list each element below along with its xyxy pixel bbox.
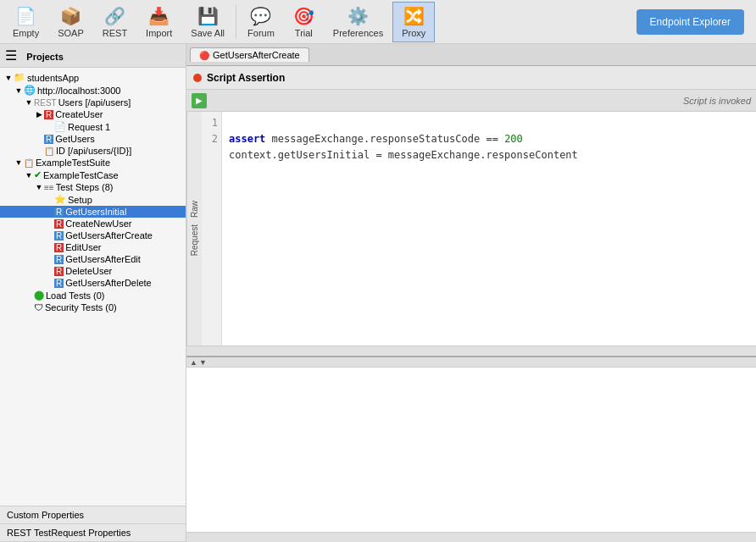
preferences-icon: ⚙️ — [347, 6, 369, 26]
tree-item-test-steps[interactable]: ▼ ≡≡ Test Steps (8) — [0, 181, 186, 193]
icon-students-app: 📁 — [14, 72, 25, 83]
toolbar-soap[interactable]: 📦 SOAP — [48, 2, 93, 42]
raw-label[interactable]: Raw — [190, 201, 199, 218]
tree-item-edit-user[interactable]: R EditUser — [0, 241, 186, 253]
label-create-user: CreateUser — [55, 109, 103, 119]
toolbar-trial[interactable]: 🎯 Trial — [284, 2, 324, 42]
proxy-icon: 🔀 — [403, 6, 425, 26]
tree-item-create-user[interactable]: ▶ R CreateUser — [0, 108, 186, 120]
toolbar-rest-label: REST — [103, 28, 127, 38]
tree-item-security-tests[interactable]: 🛡 Security Tests (0) — [0, 301, 186, 313]
toolbar: 📄 Empty 📦 SOAP 🔗 REST 📥 Import 💾 Save Al… — [0, 0, 756, 44]
tree-item-example-case[interactable]: ▼ ✔ ExampleTestCase — [0, 169, 186, 181]
custom-properties-item[interactable]: Custom Properties — [0, 506, 186, 524]
label-users: Users [/api/users] — [58, 97, 131, 108]
run-script-button[interactable]: ▶ — [192, 93, 207, 108]
label-example-case: ExampleTestCase — [43, 170, 119, 180]
sidebar: ☰ Projects ▼ 📁 studentsApp ▼ 🌐 http://lo… — [0, 44, 186, 542]
tab-label: GetUsersAfterCreate — [213, 50, 300, 60]
arrow-get-users-initial — [44, 207, 54, 216]
icon-load-tests: ⬤ — [34, 290, 44, 301]
toolbar-import[interactable]: 📥 Import — [136, 2, 181, 42]
tree-item-get-users-after-delete[interactable]: R GetUsersAfterDelete — [0, 277, 186, 289]
toolbar-save-all[interactable]: 💾 Save All — [181, 2, 234, 42]
tree-item-students-app[interactable]: ▼ 📁 studentsApp — [0, 71, 186, 84]
icon-security-tests: 🛡 — [34, 302, 43, 312]
script-assertion-title: Script Assertion — [207, 72, 285, 84]
editor-code-content[interactable]: assert messageExchange.responseStatusCod… — [222, 112, 756, 346]
icon-edit-user: R — [54, 243, 64, 252]
code-editor[interactable]: 1 2 assert messageExchange.responseStatu… — [202, 112, 756, 346]
toolbar-import-label: Import — [146, 28, 172, 38]
label-get-users-initial: GetUsersInitial — [65, 207, 126, 217]
tree-item-setup[interactable]: ⭐ Setup — [0, 193, 186, 206]
script-subheader: ▶ Script is invoked — [186, 90, 756, 112]
toolbar-preferences[interactable]: ⚙️ Preferences — [324, 2, 392, 42]
tree-item-delete-user[interactable]: R DeleteUser — [0, 265, 186, 277]
rest-testrequest-item[interactable]: REST TestRequest Properties — [0, 524, 186, 542]
toolbar-empty[interactable]: 📄 Empty — [3, 2, 48, 42]
tree-item-load-tests[interactable]: ⬤ Load Tests (0) — [0, 289, 186, 301]
bottom-panel-content — [186, 368, 756, 532]
arrow-up-icon[interactable]: ▲ — [190, 358, 197, 367]
request-label[interactable]: Request — [190, 224, 199, 256]
icon-get-users: R — [44, 135, 53, 144]
tree-item-get-users-initial[interactable]: R GetUsersInitial — [0, 206, 186, 218]
arrow-get-users-after-create — [44, 231, 54, 240]
assert-keyword: assert — [229, 133, 265, 145]
toolbar-forum[interactable]: 💬 Forum — [238, 2, 284, 42]
sidebar-menu-icon[interactable]: ☰ — [5, 48, 17, 63]
get-users-after-create-tab[interactable]: 🔴 GetUsersAfterCreate — [190, 47, 309, 62]
icon-get-users-after-create: R — [54, 231, 64, 241]
main-layout: ☰ Projects ▼ 📁 studentsApp ▼ 🌐 http://lo… — [0, 44, 756, 542]
code-line2-text: context.getUsersInitial = messageExchang… — [229, 149, 578, 161]
toolbar-empty-label: Empty — [13, 28, 39, 38]
tab-bar: 🔴 GetUsersAfterCreate — [186, 44, 756, 66]
icon-example-case: ✔ — [34, 169, 42, 180]
editor-wrapper: Raw Request 1 2 assert messageExchange.r… — [186, 112, 756, 346]
arrow-setup — [44, 196, 54, 204]
icon-example-suite: 📋 — [24, 158, 34, 168]
icon-get-users-after-delete: R — [54, 279, 64, 288]
tree-item-get-users-after-edit[interactable]: R GetUsersAfterEdit — [0, 253, 186, 265]
sidebar-toolbar: ☰ Projects — [0, 44, 186, 68]
toolbar-trial-label: Trial — [295, 28, 313, 38]
arrow-down-icon[interactable]: ▼ — [199, 358, 207, 367]
toolbar-proxy-label: Proxy — [402, 28, 425, 38]
label-example-suite: ExampleTestSuite — [36, 158, 110, 168]
tree-item-id-endpoint[interactable]: 📋 ID [/api/users/{ID}] — [0, 145, 186, 157]
tree-item-get-users-after-create[interactable]: R GetUsersAfterCreate — [0, 230, 186, 241]
toolbar-rest[interactable]: 🔗 REST — [93, 2, 136, 42]
label-id: ID [/api/users/{ID}] — [56, 146, 131, 156]
arrow-students-app: ▼ — [3, 74, 14, 82]
script-panel: Script Assertion ▶ Script is invoked Raw… — [186, 66, 756, 542]
arrow-id — [34, 147, 44, 155]
tree-item-users[interactable]: ▼ REST Users [/api/users] — [0, 97, 186, 108]
label-localhost: http://localhost:3000 — [37, 86, 120, 96]
arrow-edit-user — [44, 243, 54, 252]
bottom-panel-hscroll[interactable] — [186, 532, 756, 542]
icon-setup: ⭐ — [54, 194, 66, 205]
arrow-test-steps: ▼ — [34, 183, 44, 191]
soap-icon: 📦 — [60, 6, 81, 26]
tree-item-localhost[interactable]: ▼ 🌐 http://localhost:3000 — [0, 84, 186, 97]
editor-hscrollbar[interactable] — [186, 346, 756, 356]
arrow-get-users-after-delete — [44, 279, 54, 287]
side-labels: Raw Request — [186, 112, 202, 346]
tree-item-request1[interactable]: 📄 Request 1 — [0, 120, 186, 133]
arrow-localhost: ▼ — [14, 86, 24, 95]
label-get-users-after-edit: GetUsersAfterEdit — [65, 254, 141, 264]
script-assertion-header: Script Assertion — [186, 66, 756, 90]
icon-localhost: 🌐 — [24, 85, 36, 96]
label-load-tests: Load Tests (0) — [46, 290, 105, 301]
toolbar-proxy[interactable]: 🔀 Proxy — [392, 2, 435, 42]
bottom-panel-arrows[interactable]: ▲ ▼ — [190, 358, 207, 367]
icon-request1: 📄 — [54, 121, 66, 132]
arrow-example-suite: ▼ — [14, 158, 24, 167]
line-num-2: 2 — [202, 131, 221, 147]
endpoint-explorer-button[interactable]: Endpoint Explorer — [636, 9, 744, 35]
label-get-users: GetUsers — [55, 134, 94, 144]
tree-item-example-suite[interactable]: ▼ 📋 ExampleTestSuite — [0, 157, 186, 169]
tree-item-create-new-user[interactable]: R CreateNewUser — [0, 218, 186, 230]
tree-item-get-users[interactable]: R GetUsers — [0, 133, 186, 145]
